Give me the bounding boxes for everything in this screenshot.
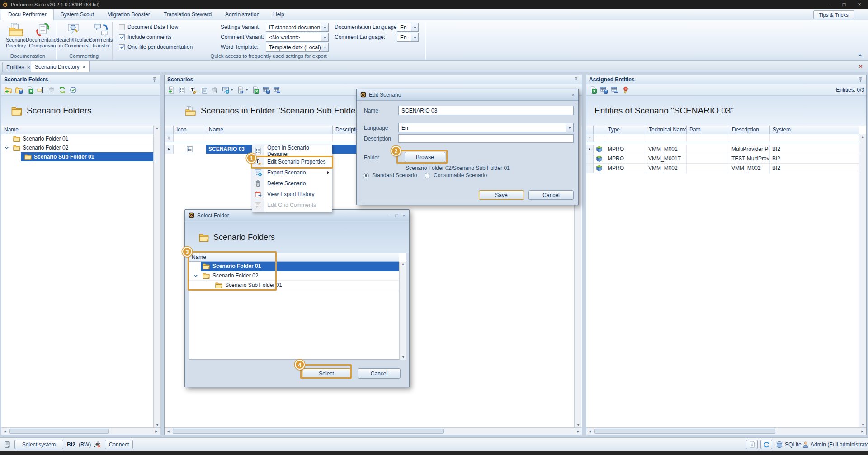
entity-row[interactable]: MPRO VMM_M001T TEST MultiProvider... BI2: [586, 154, 859, 164]
scrollbar-thumb[interactable]: [173, 429, 444, 434]
tab-scenario-directory[interactable]: Scenario Directory×: [31, 61, 90, 72]
scroll-left-icon[interactable]: ◀: [587, 430, 593, 433]
save-folder-button[interactable]: [14, 85, 24, 95]
menu-item-open-in-scenario-designer[interactable]: Open in Scenario Designer: [252, 145, 332, 156]
delete-scenario-button[interactable]: [210, 85, 219, 95]
menu-tab-translation-steward[interactable]: Translation Steward: [157, 9, 218, 20]
save-grid-button[interactable]: [599, 85, 609, 95]
menu-item-view-export-history[interactable]: View Export History: [252, 189, 332, 200]
export-excel-button[interactable]: [250, 85, 260, 95]
transfer-grid-button[interactable]: [610, 85, 619, 95]
menu-tab-help[interactable]: Help: [266, 9, 291, 20]
column-header-description[interactable]: Description: [729, 126, 770, 134]
export-comments-button[interactable]: [221, 85, 234, 95]
column-header-icon[interactable]: Icon: [174, 126, 206, 134]
save-grid-button[interactable]: [261, 85, 271, 95]
scroll-down-icon[interactable]: ▼: [401, 356, 406, 359]
column-header-name[interactable]: Name: [1, 126, 154, 134]
tab-entities[interactable]: Entities×: [2, 62, 34, 72]
scroll-up-icon[interactable]: ▲: [860, 135, 866, 138]
pin-icon[interactable]: [573, 77, 579, 83]
vertical-scrollbar[interactable]: ▲ ▼: [859, 134, 866, 427]
language-select[interactable]: En: [398, 123, 574, 132]
name-input[interactable]: SCENARIO 03: [398, 106, 574, 115]
dialog-maximize-icon[interactable]: □: [395, 213, 398, 218]
word-template-select[interactable]: Template.dotx (Local): [266, 43, 329, 52]
save-button[interactable]: Save: [479, 190, 524, 200]
scroll-down-icon[interactable]: ▼: [155, 423, 160, 427]
checkbox-one-file-per-documentation[interactable]: One file per documentation: [119, 44, 193, 50]
close-tab-icon[interactable]: ×: [27, 65, 30, 70]
connect-button[interactable]: Connect: [105, 440, 133, 449]
pin-icon[interactable]: [151, 77, 157, 83]
horizontal-scrollbar[interactable]: ◀ ▶: [586, 427, 866, 435]
column-header-name[interactable]: Name: [206, 126, 333, 134]
documentation-comparison-button[interactable]: Documentation Comparison: [28, 22, 57, 48]
pin-icon[interactable]: [858, 77, 863, 83]
vertical-scrollbar[interactable]: ▲ ▼: [399, 262, 406, 360]
refresh-button[interactable]: [57, 85, 67, 95]
column-header-system[interactable]: System: [770, 126, 859, 134]
tree-row-scenario-folder-02[interactable]: Scenario Folder 02: [1, 143, 154, 152]
scroll-left-icon[interactable]: ◀: [165, 430, 171, 433]
close-document-icon[interactable]: ×: [859, 63, 863, 70]
export-excel-button[interactable]: [588, 85, 598, 95]
horizontal-scrollbar[interactable]: ◀ ▶: [165, 427, 582, 435]
radio-standard-scenario[interactable]: Standard Scenario: [363, 172, 417, 178]
comments-transfer-button[interactable]: Comments Transfer: [90, 22, 112, 48]
scroll-down-icon[interactable]: ▼: [576, 423, 581, 427]
tree-row-scenario-sub-folder-01[interactable]: Scenario Sub Folder 01: [1, 152, 154, 161]
scroll-right-icon[interactable]: ▶: [576, 430, 581, 433]
export-document-button[interactable]: [236, 85, 249, 95]
export-excel-button[interactable]: [25, 85, 34, 95]
scrollbar-thumb[interactable]: [594, 429, 775, 434]
chevron-down-icon[interactable]: [5, 146, 9, 150]
column-header-path[interactable]: Path: [687, 126, 729, 134]
scroll-right-icon[interactable]: ▶: [154, 430, 159, 433]
comment-language-select[interactable]: En: [397, 33, 419, 42]
window-close-button[interactable]: ×: [853, 0, 866, 9]
window-minimize-button[interactable]: –: [823, 0, 836, 9]
column-header-technical-name[interactable]: Technical Name: [646, 126, 687, 134]
transfer-grid-button[interactable]: [272, 85, 282, 95]
certify-button[interactable]: [621, 85, 630, 95]
comment-variant-select[interactable]: <No variant>: [266, 33, 329, 42]
edit-properties-button[interactable]: [188, 85, 198, 95]
menu-tab-administration[interactable]: Administration: [218, 9, 266, 20]
filter-row[interactable]: [586, 134, 859, 143]
dialog-minimize-icon[interactable]: –: [388, 213, 391, 218]
menu-tab-migration-booster[interactable]: Migration Booster: [101, 9, 157, 20]
column-header-entity-icon[interactable]: [594, 126, 605, 134]
delete-folder-button[interactable]: [47, 85, 56, 95]
vertical-scrollbar[interactable]: ▲ ▼: [153, 126, 160, 427]
open-designer-button[interactable]: [177, 85, 187, 95]
entity-row[interactable]: MPRO VMM_M001 MultiProvider Purc... BI2: [586, 145, 859, 154]
tips-and-tricks-button[interactable]: Tips & Tricks: [813, 10, 854, 19]
sync-button[interactable]: [760, 440, 772, 449]
search-replace-in-comments-button[interactable]: Search/Replace in Comments: [58, 22, 89, 48]
duplicate-scenario-button[interactable]: [199, 85, 208, 95]
scroll-up-icon[interactable]: ▲: [155, 127, 160, 130]
menu-tab-system-scout[interactable]: System Scout: [54, 9, 101, 20]
scroll-up-icon[interactable]: ▲: [401, 263, 406, 266]
description-input[interactable]: [398, 134, 574, 143]
dialog-close-icon[interactable]: ×: [572, 92, 575, 98]
log-button[interactable]: [746, 440, 758, 449]
column-header-type[interactable]: Type: [605, 126, 646, 134]
settings-variant-select[interactable]: IT standard documen...: [266, 23, 329, 32]
window-maximize-button[interactable]: □: [837, 0, 851, 9]
scroll-left-icon[interactable]: ◀: [2, 430, 8, 433]
cancel-button[interactable]: Cancel: [358, 368, 401, 379]
validate-button[interactable]: [68, 85, 78, 95]
tree-row-scenario-folder-01[interactable]: Scenario Folder 01: [1, 134, 154, 143]
rename-folder-button[interactable]: [36, 85, 45, 95]
checkbox-include-comments[interactable]: Include comments: [119, 34, 171, 40]
documentation-language-select[interactable]: En: [397, 23, 419, 32]
scroll-right-icon[interactable]: ▶: [860, 430, 865, 433]
checkbox-document-data-flow[interactable]: Document Data Flow: [119, 24, 178, 30]
cancel-button[interactable]: Cancel: [528, 190, 574, 200]
dialog-close-icon[interactable]: ×: [403, 213, 406, 218]
radio-consumable-scenario[interactable]: Consumable Scenario: [425, 172, 487, 178]
edit-scenario-dialog-titlebar[interactable]: Edit Scenario ×: [357, 89, 578, 101]
menu-item-export-scenario[interactable]: Export Scenario: [252, 167, 332, 178]
